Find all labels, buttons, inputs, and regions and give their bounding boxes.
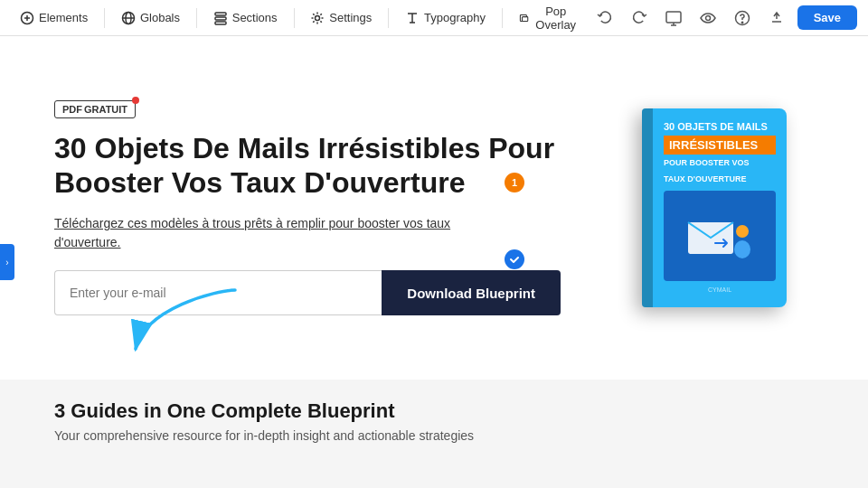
eye-icon	[700, 10, 716, 26]
book-title-line1: 30 OBJETS DE MAILS	[664, 121, 776, 132]
hero-subtitle: Téléchargez ces modèles à trous prêts à …	[54, 214, 470, 252]
desktop-icon	[665, 10, 682, 26]
divider4	[388, 8, 389, 28]
divider2	[196, 8, 197, 28]
sections-label: Sections	[232, 11, 278, 24]
svg-rect-7	[215, 17, 226, 20]
book-illustration	[664, 191, 776, 281]
redo-button[interactable]	[626, 6, 653, 30]
divider	[104, 8, 105, 28]
left-panel-tab[interactable]: ›	[0, 244, 14, 280]
svg-point-21	[736, 225, 749, 238]
overlay-icon	[519, 11, 529, 25]
typography-label: Typography	[424, 11, 486, 24]
book-cover: 30 OBJETS DE MAILS IRRÉSISTIBLES POUR BO…	[642, 108, 787, 307]
book-cover-content: 30 OBJETS DE MAILS IRRÉSISTIBLES POUR BO…	[642, 108, 787, 307]
typography-button[interactable]: Typography	[396, 7, 495, 29]
email-input[interactable]	[54, 270, 382, 315]
checkmark-icon	[509, 254, 520, 265]
check-badge	[505, 249, 524, 269]
help-icon	[734, 10, 750, 26]
toolbar-right: Save	[591, 5, 857, 30]
help-button[interactable]	[729, 6, 756, 30]
book-logo: CYMAIL	[664, 286, 776, 293]
bottom-title: 3 Guides in One Complete Blueprint	[54, 399, 814, 423]
download-blueprint-button[interactable]: Download Blueprint	[382, 270, 561, 315]
bottom-subtitle: Your comprehensive resource for in-depth…	[54, 428, 814, 443]
bottom-section: 3 Guides in One Complete Blueprint Your …	[0, 380, 868, 488]
notification-badge: 1	[505, 173, 524, 192]
globals-label: Globals	[140, 11, 180, 24]
plus-circle-icon	[20, 11, 34, 25]
notification-dot	[132, 97, 139, 104]
svg-point-22	[734, 240, 750, 258]
elements-button[interactable]: Elements	[11, 7, 97, 29]
redo-icon	[631, 10, 647, 26]
email-form: Download Blueprint	[54, 270, 561, 315]
subtitle-underlined: Téléchargez ces modèles à trous	[54, 216, 241, 230]
toolbar: Elements Globals Sections Settings Typog…	[0, 0, 868, 36]
sections-icon	[213, 11, 228, 25]
envelope-illustration	[684, 209, 756, 263]
hero-section: PDF GRATUIT 30 Objets De Mails Irrésisti…	[0, 36, 868, 380]
book-line3: POUR BOOSTER VOS	[664, 158, 776, 167]
svg-rect-6	[215, 13, 226, 15]
sections-button[interactable]: Sections	[204, 7, 287, 29]
settings-button[interactable]: Settings	[301, 7, 381, 29]
svg-point-15	[705, 15, 710, 20]
divider5	[502, 8, 503, 28]
canvas-wrapper: › PDF GRATUIT 30 Objets De Mails Irrésis…	[0, 36, 868, 488]
divider3	[294, 8, 295, 28]
export-icon	[769, 10, 785, 26]
hero-title: 30 Objets De Mails Irrésistibles Pour Bo…	[54, 131, 561, 201]
hero-left: PDF GRATUIT 30 Objets De Mails Irrésisti…	[54, 100, 561, 316]
globals-button[interactable]: Globals	[112, 7, 189, 29]
undo-button[interactable]	[591, 6, 618, 30]
export-button[interactable]	[763, 6, 790, 30]
gear-icon	[310, 11, 325, 25]
globe-icon	[121, 11, 136, 25]
svg-rect-12	[666, 12, 681, 23]
gratuit-text: GRATUIT	[84, 104, 127, 115]
svg-point-9	[316, 15, 320, 20]
pdf-text: PDF	[62, 104, 82, 115]
book-line4: TAUX D'OUVERTURE	[664, 174, 776, 183]
settings-label: Settings	[329, 11, 372, 24]
device-desktop-button[interactable]	[660, 6, 687, 30]
elements-label: Elements	[39, 11, 88, 24]
svg-point-17	[741, 22, 742, 23]
book-highlight: IRRÉSISTIBLES	[664, 136, 776, 155]
svg-rect-11	[522, 16, 527, 21]
undo-icon	[597, 10, 613, 26]
svg-rect-8	[215, 22, 226, 24]
pop-overlay-label: Pop Overlay	[533, 5, 579, 32]
save-button[interactable]: Save	[797, 5, 857, 30]
pop-overlay-button[interactable]: Pop Overlay	[510, 1, 588, 35]
typography-icon	[405, 11, 420, 25]
eye-button[interactable]	[694, 6, 722, 30]
pdf-badge: PDF GRATUIT	[54, 100, 136, 118]
hero-right: 30 OBJETS DE MAILS IRRÉSISTIBLES POUR BO…	[615, 108, 814, 307]
left-tab-arrow: ›	[5, 258, 8, 267]
